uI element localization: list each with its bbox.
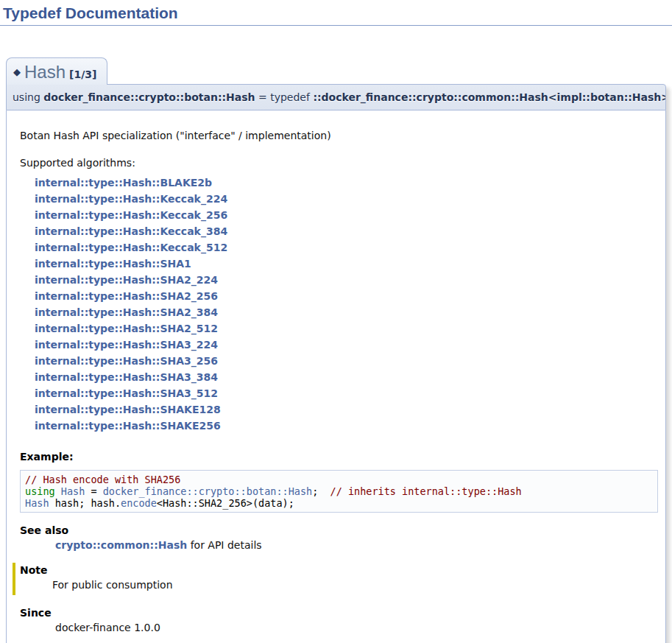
algorithm-link[interactable]: internal::type::Hash::Keccak_512 (35, 242, 227, 253)
list-item: internal::type::Hash::SHA2_512 (35, 320, 658, 337)
permalink-diamond-icon[interactable]: ◆ (13, 66, 21, 77)
algorithm-link[interactable]: internal::type::Hash::SHA3_384 (35, 371, 218, 383)
algorithm-link[interactable]: internal::type::Hash::SHA2_384 (35, 306, 218, 318)
algorithm-link[interactable]: internal::type::Hash::SHA3_224 (35, 339, 218, 351)
member-overload-count: [1/3] (69, 68, 96, 80)
list-item: internal::type::Hash::Keccak_384 (35, 223, 658, 239)
list-item: internal::type::Hash::SHA2_256 (35, 288, 658, 304)
code-comment: // Hash encode with SHA256 (25, 474, 180, 485)
supported-algorithms-heading: Supported algorithms: (20, 157, 658, 169)
list-item: internal::type::Hash::SHA1 (35, 256, 658, 272)
list-item: internal::type::Hash::BLAKE2b (35, 175, 658, 191)
code-text (55, 485, 61, 497)
member-declaration: using docker_finance::crypto::botan::Has… (6, 84, 666, 110)
decl-target-type: ::docker_finance::crypto::common::Hash<i… (313, 91, 666, 103)
code-comment: // inherits internal::type::Hash (330, 485, 522, 497)
list-item: internal::type::Hash::SHA3_512 (35, 385, 658, 401)
example-label: Example: (20, 451, 658, 463)
see-also-link[interactable]: crypto::common::Hash (55, 539, 187, 551)
member-description: Botan Hash API specialization ("interfac… (20, 130, 658, 141)
see-also-text: for API details (187, 539, 261, 551)
algorithm-link[interactable]: internal::type::Hash::SHA2_256 (35, 290, 218, 302)
algorithm-link[interactable]: internal::type::Hash::BLAKE2b (35, 177, 212, 189)
page-title: Typedef Documentation (0, 0, 672, 26)
algorithm-link[interactable]: internal::type::Hash::SHA3_512 (35, 387, 218, 399)
since-label: Since (20, 607, 658, 619)
algorithm-link[interactable]: internal::type::Hash::Keccak_224 (35, 193, 227, 205)
member-title-tab: ◆Hash[1/3] (6, 57, 107, 85)
see-also-content: crypto::common::Hash for API details (55, 539, 658, 551)
list-item: internal::type::Hash::SHA3_256 (35, 353, 658, 369)
code-keyword: using (25, 485, 55, 497)
code-link[interactable]: Hash (25, 497, 49, 509)
since-text: docker-finance 1.0.0 (55, 622, 658, 633)
algorithm-link[interactable]: internal::type::Hash::SHA1 (35, 258, 191, 270)
algorithm-link[interactable]: internal::type::Hash::SHA2_224 (35, 274, 218, 286)
decl-using-keyword: using (13, 91, 43, 103)
code-text: hash; hash. (49, 497, 121, 509)
member-name: Hash (24, 62, 66, 82)
code-line: using Hash = docker_finance::crypto::bot… (25, 485, 653, 497)
list-item: internal::type::Hash::SHAKE256 (35, 418, 658, 434)
algorithm-link[interactable]: internal::type::Hash::SHA2_512 (35, 323, 218, 334)
see-also-section: See also crypto::common::Hash for API de… (20, 524, 658, 551)
code-text: <Hash::SHA2_256>(data); (157, 497, 294, 509)
list-item: internal::type::Hash::SHAKE128 (35, 401, 658, 418)
code-line: // Hash encode with SHA256 (25, 474, 653, 485)
code-link[interactable]: encode (121, 497, 157, 509)
member-doc-body: Botan Hash API specialization ("interfac… (6, 110, 666, 643)
list-item: internal::type::Hash::Keccak_512 (35, 239, 658, 256)
list-item: internal::type::Hash::SHA2_384 (35, 304, 658, 320)
algorithm-link[interactable]: internal::type::Hash::Keccak_384 (35, 225, 227, 237)
algorithm-link[interactable]: internal::type::Hash::Keccak_256 (35, 209, 227, 221)
member-item: ◆Hash[1/3] using docker_finance::crypto:… (6, 57, 666, 643)
list-item: internal::type::Hash::Keccak_256 (35, 207, 658, 223)
code-line: Hash hash; hash.encode<Hash::SHA2_256>(d… (25, 497, 653, 509)
note-label: Note (20, 564, 658, 576)
since-section: Since docker-finance 1.0.0 (20, 607, 658, 633)
note-text: For public consumption (52, 579, 658, 591)
code-link[interactable]: docker_finance::crypto::botan::Hash (103, 485, 312, 497)
list-item: internal::type::Hash::SHA3_224 (35, 337, 658, 353)
algorithm-link[interactable]: internal::type::Hash::SHA3_256 (35, 355, 218, 367)
code-text: ; (312, 485, 330, 497)
list-item: internal::type::Hash::SHA3_384 (35, 369, 658, 385)
list-item: internal::type::Hash::Keccak_224 (35, 191, 658, 207)
code-text: = (85, 485, 102, 497)
algorithm-link[interactable]: internal::type::Hash::SHAKE128 (35, 404, 221, 415)
decl-typedef-name: docker_finance::crypto::botan::Hash (43, 91, 255, 103)
see-also-label: See also (20, 524, 658, 536)
note-section: Note For public consumption (13, 563, 658, 595)
decl-equals-typedef: = typedef (255, 91, 314, 103)
code-link[interactable]: Hash (61, 485, 85, 497)
list-item: internal::type::Hash::SHA2_224 (35, 272, 658, 288)
algorithm-list: internal::type::Hash::BLAKE2b internal::… (35, 175, 658, 434)
code-block: // Hash encode with SHA256using Hash = d… (20, 470, 658, 513)
algorithm-link[interactable]: internal::type::Hash::SHAKE256 (35, 420, 221, 432)
